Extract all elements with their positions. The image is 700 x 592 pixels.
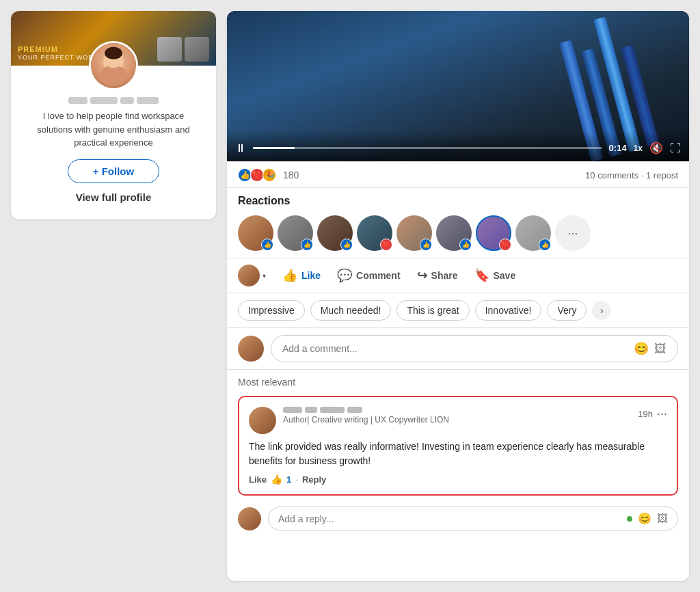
emoji-button[interactable]: 😊 <box>634 341 649 356</box>
comment-name-blur <box>283 407 449 413</box>
comment-input[interactable] <box>282 343 628 354</box>
comment-author-subtitle: Author| Creative writing | UX Copywriter… <box>283 415 449 425</box>
progress-fill <box>253 147 295 149</box>
comment-reply-button[interactable]: Reply <box>302 474 326 485</box>
chip-very[interactable]: Very <box>547 300 587 321</box>
reactor-3[interactable]: 👍 <box>317 215 353 251</box>
share-button[interactable]: ↪ Share <box>409 261 466 290</box>
banner-photo-1 <box>157 37 182 62</box>
reactor-badge-5: 👍 <box>420 239 432 251</box>
reactor-4[interactable]: ❤️ <box>357 215 392 251</box>
main-feed: ⏸ 0:14 1x 🔇 ⛶ 👍 ❤️ 🎉 180 10 comments · 1… <box>227 11 689 581</box>
reactor-badge-7: ❤️ <box>499 239 511 251</box>
cname-b2 <box>305 407 317 413</box>
reply-emoji-button[interactable]: 😊 <box>638 512 651 525</box>
save-icon: 🔖 <box>474 268 489 283</box>
like-label: Like <box>301 270 321 281</box>
reply-input-wrap[interactable]: 😊 🖼 <box>268 507 678 530</box>
comment-actions: Like 👍 1 · Reply <box>249 474 667 485</box>
comment-label: Comment <box>356 270 401 281</box>
video-time: 0:14 <box>609 143 627 153</box>
share-icon: ↪ <box>417 268 427 283</box>
comment-input-area: 😊 🖼 <box>227 328 689 370</box>
comment-icon: 💬 <box>337 268 352 283</box>
video-speed[interactable]: 1x <box>634 144 643 153</box>
reactor-badge-4: ❤️ <box>380 239 392 251</box>
comment-more-button[interactable]: ··· <box>657 407 667 421</box>
reactor-8[interactable]: 👍 <box>515 215 551 251</box>
cname-b3 <box>320 407 345 413</box>
sidebar: PREMIUM Your perfect workplace <box>11 11 216 581</box>
comment-like-icon: 👍 <box>271 474 282 485</box>
reaction-avatars: 👍 👍 👍 ❤️ 👍 👍 <box>238 215 678 251</box>
pause-button[interactable]: ⏸ <box>235 142 246 154</box>
user-mini-avatar <box>238 265 260 286</box>
comment-like-button[interactable]: Like <box>249 474 267 485</box>
reply-avatar <box>238 507 261 530</box>
chip-this-is-great[interactable]: This is great <box>396 300 469 321</box>
chip-much-needed[interactable]: Much needed! <box>310 300 392 321</box>
reaction-dropdown-arrow[interactable]: ▾ <box>262 272 266 280</box>
reactor-1[interactable]: 👍 <box>238 215 273 251</box>
reactions-section: Reactions 👍 👍 👍 ❤️ 👍 <box>227 188 689 258</box>
name-block-1 <box>68 97 88 104</box>
like-button[interactable]: 👍 Like <box>274 261 329 290</box>
comment-action-dot: · <box>295 474 298 485</box>
suggestion-chips: Impressive Much needed! This is great In… <box>227 293 689 328</box>
follow-button[interactable]: + Follow <box>68 159 159 183</box>
avatar <box>89 41 138 90</box>
reactor-2[interactable]: 👍 <box>278 215 313 251</box>
comment-author-area: Author| Creative writing | UX Copywriter… <box>249 407 449 434</box>
more-reactors-button[interactable]: ··· <box>555 215 591 251</box>
love-reaction-icon: ❤️ <box>250 168 264 182</box>
reactor-badge-3: 👍 <box>340 239 353 251</box>
profile-name-blur <box>22 97 205 104</box>
comment-box: Author| Creative writing | UX Copywriter… <box>238 396 678 496</box>
comment-meta: 19h ··· <box>638 407 667 421</box>
reply-image-button[interactable]: 🖼 <box>657 513 668 525</box>
avatar-face <box>91 43 136 88</box>
reaction-count: 180 <box>283 170 299 180</box>
chip-innovative[interactable]: Innovative! <box>475 300 542 321</box>
video-controls: ⏸ 0:14 1x 🔇 ⛶ <box>227 131 689 161</box>
cname-b1 <box>283 407 302 413</box>
reactions-title: Reactions <box>238 195 678 207</box>
banner-photo-2 <box>185 37 209 62</box>
save-label: Save <box>494 270 516 281</box>
mute-button[interactable]: 🔇 <box>649 142 663 154</box>
profile-bio: I love to help people find workspace sol… <box>22 109 205 150</box>
svg-point-3 <box>105 47 122 59</box>
video-player[interactable]: ⏸ 0:14 1x 🔇 ⛶ <box>227 11 689 161</box>
chips-more-button[interactable]: › <box>592 301 611 320</box>
name-block-4 <box>137 97 159 104</box>
progress-bar[interactable] <box>253 147 602 149</box>
repost-count: 1 repost <box>646 170 678 180</box>
online-indicator <box>627 516 632 522</box>
most-relevant-label: Most relevant <box>227 370 689 390</box>
engagement-dot: · <box>641 170 646 180</box>
comment-time: 19h <box>638 409 653 419</box>
reactor-5[interactable]: 👍 <box>396 215 432 251</box>
name-block-2 <box>90 97 118 104</box>
comment-button[interactable]: 💬 Comment <box>329 261 409 290</box>
reactor-badge-1: 👍 <box>261 239 273 251</box>
reaction-icons: 👍 ❤️ 🎉 180 <box>238 168 299 182</box>
save-button[interactable]: 🔖 Save <box>466 261 524 290</box>
reactor-7[interactable]: ❤️ <box>476 215 511 251</box>
comment-input-wrap[interactable]: 😊 🖼 <box>271 335 678 362</box>
commenter-avatar <box>238 336 264 362</box>
avatar-svg <box>91 41 136 90</box>
engagement-bar: 👍 ❤️ 🎉 180 10 comments · 1 repost <box>227 161 689 188</box>
image-button[interactable]: 🖼 <box>654 342 667 356</box>
reply-input[interactable] <box>278 513 621 524</box>
comment-author-info: Author| Creative writing | UX Copywriter… <box>283 407 449 425</box>
reactor-badge-8: 👍 <box>539 239 551 251</box>
view-profile-link[interactable]: View full profile <box>22 191 205 214</box>
chip-impressive[interactable]: Impressive <box>238 300 305 321</box>
reactor-badge-2: 👍 <box>301 239 313 251</box>
profile-card: PREMIUM Your perfect workplace <box>11 11 216 219</box>
engagement-stats[interactable]: 10 comments · 1 repost <box>585 170 678 180</box>
reactor-6[interactable]: 👍 <box>436 215 472 251</box>
clap-reaction-icon: 🎉 <box>262 168 276 182</box>
fullscreen-button[interactable]: ⛶ <box>670 142 681 154</box>
